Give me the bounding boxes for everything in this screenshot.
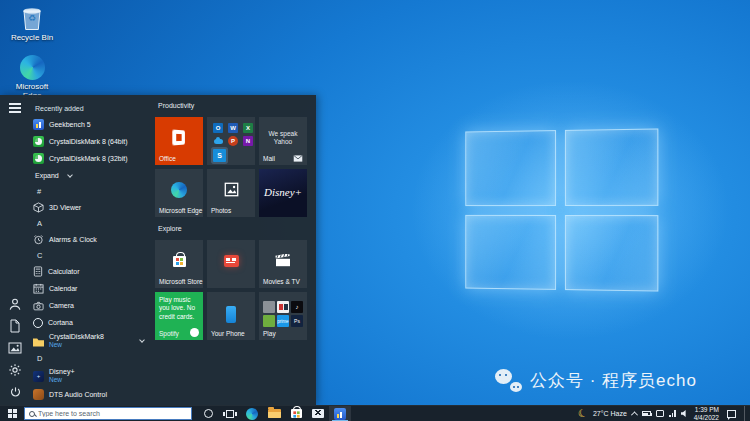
watermark-text: 公众号 · 程序员echo bbox=[530, 369, 697, 392]
taskbar-mail-button[interactable] bbox=[307, 406, 329, 421]
app-list-item-calendar[interactable]: Calendar bbox=[33, 280, 152, 297]
app-list-item-crystaldiskmark8-folder[interactable]: CrystalDiskMark8 New bbox=[33, 331, 152, 351]
app-list-item-disney-plus[interactable]: + Disney+ New bbox=[33, 366, 152, 386]
windows-logo-pane bbox=[564, 215, 658, 292]
tile-office-apps-folder[interactable]: O W X P N S bbox=[207, 117, 255, 165]
tile-disney-plus[interactable]: Disney+ bbox=[259, 169, 307, 217]
power-button[interactable] bbox=[7, 385, 23, 399]
app-list-section-d[interactable]: D bbox=[33, 351, 152, 366]
document-icon bbox=[9, 319, 21, 333]
search-input[interactable] bbox=[38, 408, 187, 419]
app-list-section-c[interactable]: C bbox=[33, 248, 152, 263]
store-bag-icon bbox=[173, 256, 186, 267]
wechat-icon bbox=[495, 369, 522, 392]
office-icon bbox=[172, 129, 185, 145]
onedrive-icon bbox=[213, 136, 223, 146]
tile-movies-tv[interactable]: Movies & TV bbox=[259, 240, 307, 288]
envelope-icon bbox=[293, 155, 303, 162]
tiktok-icon: ♪ bbox=[291, 301, 303, 313]
spotify-live-tile-text: Play music you love. No credit cards. bbox=[159, 296, 201, 321]
folder-icon bbox=[33, 338, 44, 347]
show-desktop-button[interactable] bbox=[744, 406, 748, 421]
desktop-icon-microsoft-edge[interactable]: Microsoft Edge bbox=[6, 55, 58, 100]
onenote-icon: N bbox=[243, 136, 253, 146]
tile-news[interactable] bbox=[207, 240, 255, 288]
pictures-button[interactable] bbox=[7, 341, 23, 355]
tile-spotify[interactable]: Play music you love. No credit cards. Sp… bbox=[155, 292, 203, 340]
windows-start-icon bbox=[8, 409, 17, 418]
photoshop-express-icon: Ps bbox=[291, 315, 303, 327]
taskbar-geekbench-button-active[interactable] bbox=[329, 406, 351, 421]
chevron-down-icon bbox=[139, 337, 145, 343]
action-center-icon[interactable] bbox=[727, 410, 736, 418]
tile-play-folder[interactable]: ♪ prime Ps Play bbox=[259, 292, 307, 340]
windows-logo-pane bbox=[465, 130, 555, 206]
app-list-item-dts-audio-control[interactable]: DTS Audio Control bbox=[33, 386, 152, 403]
tile-microsoft-edge[interactable]: Microsoft Edge bbox=[155, 169, 203, 217]
network-signal-icon[interactable] bbox=[669, 410, 676, 417]
photos-icon bbox=[224, 182, 239, 197]
settings-button[interactable] bbox=[7, 363, 23, 377]
taskbar-file-explorer-button[interactable] bbox=[263, 406, 285, 421]
new-badge: New bbox=[49, 341, 104, 349]
battery-icon[interactable] bbox=[642, 411, 651, 416]
expand-recently-added-button[interactable]: Expand bbox=[33, 167, 152, 184]
chevron-down-icon bbox=[67, 172, 73, 178]
tile-office[interactable]: Office bbox=[155, 117, 203, 165]
weather-moon-icon[interactable]: ☾ bbox=[577, 407, 589, 420]
edge-icon bbox=[246, 408, 258, 420]
app-list-item-alarms-clock[interactable]: Alarms & Clock bbox=[33, 231, 152, 248]
task-view-icon bbox=[226, 410, 234, 418]
app-list-item-crystaldiskmark-64[interactable]: CrystalDiskMark 8 (64bit) bbox=[33, 133, 152, 150]
app-list-item-3d-viewer[interactable]: 3D Viewer bbox=[33, 199, 152, 216]
cortana-button[interactable] bbox=[197, 406, 219, 421]
tile-mail[interactable]: We speak Yahoo Mail bbox=[259, 117, 307, 165]
app-list-item-crystaldiskmark-32[interactable]: CrystalDiskMark 8 (32bit) bbox=[33, 150, 152, 167]
expand-rail-button[interactable] bbox=[7, 101, 23, 115]
powerpoint-icon: P bbox=[228, 136, 238, 146]
cube-icon bbox=[33, 202, 44, 213]
documents-button[interactable] bbox=[7, 319, 23, 333]
play-apps-icons: ♪ prime Ps bbox=[263, 301, 303, 327]
app-list-item-geekbench-5[interactable]: Geekbench 5 bbox=[33, 116, 152, 133]
tile-group-title: Productivity bbox=[158, 102, 316, 113]
app-list-item-camera[interactable]: Camera bbox=[33, 297, 152, 314]
hamburger-icon bbox=[9, 103, 21, 113]
task-view-button[interactable] bbox=[219, 406, 241, 421]
start-menu-app-list: Recently added Geekbench 5 CrystalDiskMa… bbox=[30, 95, 152, 405]
dts-audio-icon bbox=[33, 389, 44, 400]
taskbar-clock[interactable]: 1:39 PM 4/4/2022 bbox=[694, 406, 719, 421]
outlook-icon: O bbox=[213, 123, 223, 133]
game-icon bbox=[263, 301, 275, 313]
tile-microsoft-store[interactable]: Microsoft Store bbox=[155, 240, 203, 288]
weather-text[interactable]: 27°C Haze bbox=[593, 410, 627, 417]
start-button[interactable] bbox=[0, 406, 24, 421]
start-menu: Recently added Geekbench 5 CrystalDiskMa… bbox=[0, 95, 316, 405]
taskbar-search-box[interactable] bbox=[24, 407, 192, 420]
calendar-icon bbox=[33, 283, 44, 294]
spotify-icon bbox=[190, 328, 199, 337]
volume-icon[interactable] bbox=[681, 410, 689, 418]
watermark: 公众号 · 程序员echo bbox=[495, 369, 697, 392]
user-account-button[interactable] bbox=[7, 297, 23, 311]
prime-video-icon: prime bbox=[277, 315, 289, 327]
app-list-section-hash[interactable]: # bbox=[33, 184, 152, 199]
start-menu-tiles: Productivity Office O W X P N S bbox=[152, 95, 316, 405]
tile-photos[interactable]: Photos bbox=[207, 169, 255, 217]
app-list-item-calculator[interactable]: Calculator bbox=[33, 263, 152, 280]
hidden-icons-chevron-icon[interactable] bbox=[631, 411, 638, 418]
taskbar-edge-button[interactable] bbox=[241, 406, 263, 421]
desktop-icon-recycle-bin[interactable]: ♻ Recycle Bin bbox=[6, 5, 58, 42]
solitaire-icon bbox=[277, 301, 289, 313]
tile-group-title: Explore bbox=[158, 225, 316, 236]
alarm-clock-icon bbox=[33, 234, 44, 245]
windows-logo bbox=[465, 128, 658, 291]
taskbar-store-button[interactable] bbox=[285, 406, 307, 421]
display-icon[interactable] bbox=[656, 410, 664, 417]
tile-your-phone[interactable]: Your Phone bbox=[207, 292, 255, 340]
user-icon bbox=[8, 297, 22, 311]
recently-added-header: Recently added bbox=[33, 101, 152, 116]
app-list-item-cortana[interactable]: Cortana bbox=[33, 314, 152, 331]
app-list-section-a[interactable]: A bbox=[33, 216, 152, 231]
tray-time: 1:39 PM bbox=[694, 406, 719, 414]
